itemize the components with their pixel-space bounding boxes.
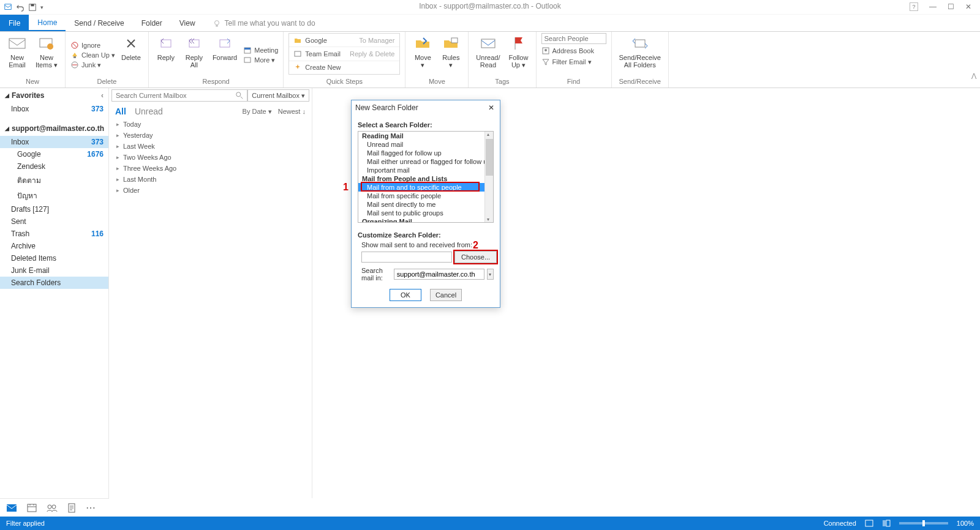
list-group[interactable]: Last Month [109, 174, 312, 185]
group-label-find: Find [541, 78, 606, 88]
search-people-input[interactable] [541, 33, 606, 44]
search-folder-listbox[interactable]: Reading Mail Unread mail Mail flagged fo… [358, 131, 494, 223]
search-icon[interactable] [235, 91, 244, 100]
svg-rect-1 [31, 4, 34, 6]
move-button[interactable]: Move ▾ [410, 33, 435, 70]
group-sendreceive: Send/Receive All Folders Send/Receive [612, 32, 669, 88]
fav-inbox[interactable]: Inbox373 [0, 103, 108, 115]
group-label-tags: Tags [473, 78, 530, 88]
sort-newest[interactable]: Newest ↓ [278, 108, 306, 116]
quicksteps-gallery[interactable]: GoogleTo Manager Team EmailReply & Delet… [288, 33, 400, 75]
list-group[interactable]: Last Week [109, 141, 312, 152]
svg-point-25 [52, 505, 56, 509]
tab-view[interactable]: View [171, 15, 204, 31]
rules-button[interactable]: Rules ▾ [439, 33, 463, 70]
list-group[interactable]: Yesterday [109, 130, 312, 141]
new-search-folder-dialog: New Search Folder ✕ Select a Search Fold… [351, 100, 500, 308]
tab-send-receive[interactable]: Send / Receive [66, 15, 132, 31]
opt-important[interactable]: Important mail [358, 166, 493, 174]
qat-send-receive-icon[interactable] [4, 3, 12, 12]
cat-reading: Reading Mail [358, 132, 493, 140]
qat-save-icon[interactable] [28, 3, 37, 12]
dialog-close-button[interactable]: ✕ [486, 103, 496, 113]
list-group[interactable]: Today [109, 119, 312, 130]
filter-unread[interactable]: Unread [135, 106, 163, 116]
folder--[interactable]: ปัญหา [0, 188, 108, 203]
tellme[interactable]: Tell me what you want to do [204, 15, 324, 31]
cleanup-button[interactable]: Clean Up ▾ [70, 51, 115, 59]
folder-zendesk[interactable]: Zendesk [0, 160, 108, 173]
opt-unread[interactable]: Unread mail [358, 140, 493, 149]
list-group[interactable]: Three Weeks Ago [109, 163, 312, 174]
folder-trash[interactable]: Trash116 [0, 228, 108, 240]
recipient-input[interactable] [361, 252, 452, 263]
filter-all[interactable]: All [115, 106, 126, 116]
folder-junk-e-mail[interactable]: Junk E-mail [0, 264, 108, 277]
undo-icon[interactable] [16, 3, 24, 12]
new-items-button[interactable]: New Items ▾ [33, 33, 60, 70]
tellme-label: Tell me what you want to do [225, 19, 315, 28]
choose-button[interactable]: Choose... [454, 251, 497, 263]
folder--[interactable]: ติดตาม [0, 173, 108, 188]
folder-deleted-items[interactable]: Deleted Items [0, 252, 108, 264]
meeting-button[interactable]: Meeting [243, 46, 278, 54]
search-in-dropdown-icon[interactable]: ▾ [487, 269, 494, 280]
opt-flagged[interactable]: Mail flagged for follow up [358, 149, 493, 157]
search-scope[interactable]: Current Mailbox ▾ [247, 89, 309, 102]
reply-button[interactable]: Reply [154, 33, 178, 62]
unread-read-button[interactable]: Unread/ Read [473, 33, 502, 70]
new-email-button[interactable]: New Email [5, 33, 29, 70]
delete-button[interactable]: Delete [119, 33, 143, 62]
more-respond-button[interactable]: More ▾ [243, 56, 278, 64]
more-nav-icon[interactable]: ⋯ [86, 502, 96, 513]
list-group[interactable]: Older [109, 185, 312, 196]
tab-home[interactable]: Home [29, 15, 66, 31]
follow-up-button[interactable]: Follow Up ▾ [507, 33, 531, 70]
folder-inbox[interactable]: Inbox373 [0, 136, 108, 148]
group-label-respond: Respond [154, 78, 278, 88]
folder-search-folders[interactable]: Search Folders [0, 277, 108, 289]
ok-button[interactable]: OK [390, 289, 421, 301]
forward-button[interactable]: Forward [210, 33, 239, 62]
mail-nav-icon[interactable] [6, 504, 17, 512]
people-nav-icon[interactable] [47, 504, 58, 512]
opt-direct[interactable]: Mail sent directly to me [358, 200, 493, 209]
collapse-ribbon-icon[interactable]: ⋀ [971, 72, 976, 79]
sort-bydate[interactable]: By Date ▾ [243, 108, 272, 116]
zoom-slider[interactable] [899, 522, 948, 524]
tab-folder[interactable]: Folder [133, 15, 171, 31]
opt-public[interactable]: Mail sent to public groups [358, 209, 493, 217]
send-receive-all-button[interactable]: Send/Receive All Folders [617, 33, 664, 70]
calendar-nav-icon[interactable] [27, 503, 37, 513]
search-mailbox-input[interactable] [111, 89, 247, 102]
address-book-button[interactable]: Address Book [541, 47, 606, 55]
qat-customize-icon[interactable]: ▾ [40, 4, 43, 10]
view-reading-icon[interactable] [882, 520, 891, 527]
favorites-header[interactable]: ◢Favorites‹ [0, 88, 108, 103]
folder-google[interactable]: Google1676 [0, 148, 108, 160]
list-group[interactable]: Two Weeks Ago [109, 152, 312, 163]
cancel-button[interactable]: Cancel [430, 289, 462, 301]
tasks-nav-icon[interactable] [67, 503, 76, 513]
folder-sent[interactable]: Sent [0, 215, 108, 228]
opt-from-to[interactable]: Mail from and to specific people [358, 183, 493, 192]
filter-email-button[interactable]: Filter Email ▾ [541, 58, 606, 66]
ignore-button[interactable]: Ignore [70, 41, 115, 50]
search-in-combo[interactable] [394, 269, 484, 280]
help-icon[interactable]: ? [910, 2, 918, 11]
folder-icon [294, 37, 301, 44]
maximize-button[interactable]: ☐ [948, 2, 954, 11]
junk-button[interactable]: Junk ▾ [70, 61, 115, 69]
reply-all-button[interactable]: Reply All [182, 33, 206, 70]
close-button[interactable]: ✕ [965, 2, 971, 11]
minimize-button[interactable]: — [929, 2, 937, 11]
listbox-scrollbar[interactable]: ▴ ▾ [484, 132, 493, 222]
view-normal-icon[interactable] [865, 520, 873, 527]
svg-rect-29 [886, 520, 890, 526]
opt-from[interactable]: Mail from specific people [358, 192, 493, 200]
tab-file[interactable]: File [0, 15, 29, 31]
account-header[interactable]: ◢support@mailmaster.co.th [0, 121, 108, 136]
opt-either[interactable]: Mail either unread or flagged for follow… [358, 157, 493, 166]
folder-archive[interactable]: Archive [0, 240, 108, 252]
folder-drafts-127-[interactable]: Drafts [127] [0, 203, 108, 215]
